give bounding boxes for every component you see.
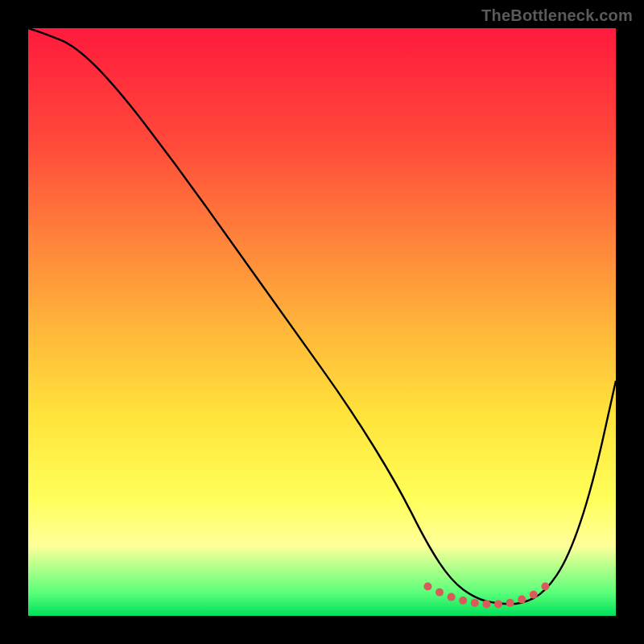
chart-frame: TheBottleneck.com — [0, 0, 644, 644]
optimal-point — [482, 600, 490, 608]
optimal-point — [541, 583, 549, 591]
optimal-point — [471, 599, 479, 607]
optimal-point — [436, 588, 444, 597]
plot-area — [28, 28, 616, 616]
optimal-point — [459, 597, 467, 605]
bottleneck-curve — [28, 28, 616, 604]
watermark-text: TheBottleneck.com — [481, 6, 633, 25]
optimal-point — [423, 583, 431, 591]
optimal-point — [518, 596, 526, 604]
optimal-point — [506, 599, 514, 607]
optimal-range-markers — [423, 583, 549, 609]
chart-svg — [28, 28, 616, 616]
optimal-point — [494, 600, 502, 608]
optimal-point — [448, 593, 456, 601]
optimal-point — [530, 591, 538, 599]
